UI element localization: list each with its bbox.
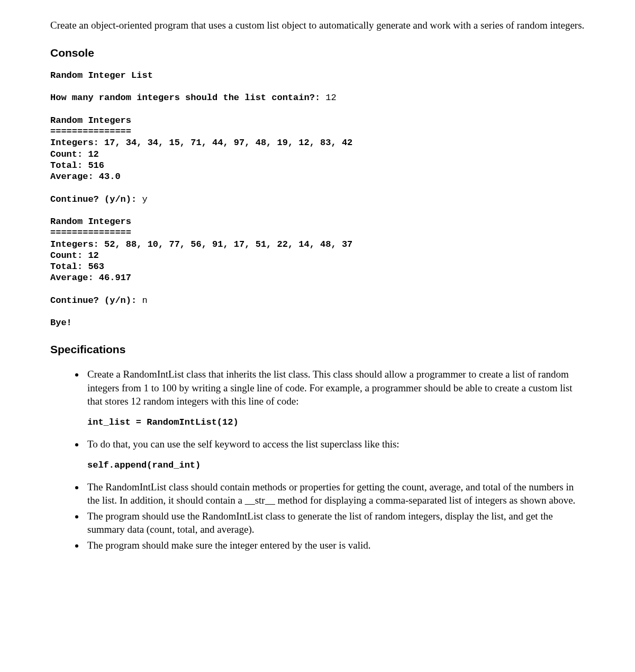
continue-label-1: Continue? (y/n): [50, 194, 137, 204]
integers-value-2: 52, 88, 10, 77, 56, 91, 17, 51, 22, 14, … [104, 239, 352, 249]
continue-answer-2: n [142, 295, 147, 306]
intro-paragraph: Create an object-oriented program that u… [50, 19, 585, 32]
spec-item-1: Create a RandomIntList class that inheri… [85, 368, 585, 429]
spec-item-3: The RandomIntList class should contain m… [85, 480, 585, 507]
continue-label-2: Continue? (y/n): [50, 295, 137, 306]
spec-item-5: The program should make sure the integer… [85, 539, 585, 552]
console-title: Random Integer List [50, 70, 153, 80]
specifications-heading: Specifications [50, 342, 585, 357]
specifications-list: Create a RandomIntList class that inheri… [50, 368, 585, 552]
count-value-1: 12 [88, 149, 98, 159]
continue-answer-1: y [142, 194, 147, 204]
integers-label-2: Integers: [50, 239, 99, 249]
spec-item-2-text: To do that, you can use the self keyword… [87, 438, 400, 450]
spec-item-2: To do that, you can use the self keyword… [85, 437, 585, 472]
prompt-count-value: 12 [325, 93, 336, 103]
average-value-1: 43.0 [99, 172, 121, 182]
average-label-2: Average: [50, 273, 94, 283]
count-value-2: 12 [88, 250, 98, 261]
divider-1: =============== [50, 127, 131, 137]
count-label-2: Count: [50, 250, 83, 261]
spec-item-4: The program should use the RandomIntList… [85, 509, 585, 536]
spec-item-1-text: Create a RandomIntList class that inheri… [87, 369, 573, 407]
spec-code-1: int_list = RandomIntList(12) [87, 417, 585, 429]
average-label-1: Average: [50, 172, 94, 182]
total-label-1: Total: [50, 160, 83, 171]
section-header-2: Random Integers [50, 217, 131, 227]
prompt-count-label: How many random integers should the list… [50, 93, 320, 103]
divider-2: =============== [50, 228, 131, 238]
console-output: Random Integer List How many random inte… [50, 70, 585, 329]
average-value-2: 46.917 [99, 273, 131, 283]
total-value-1: 516 [88, 160, 104, 171]
section-header-1: Random Integers [50, 115, 131, 126]
total-label-2: Total: [50, 262, 83, 272]
total-value-2: 563 [88, 262, 104, 272]
console-heading: Console [50, 46, 585, 60]
bye-text: Bye! [50, 318, 72, 328]
integers-value-1: 17, 34, 34, 15, 71, 44, 97, 48, 19, 12, … [104, 138, 352, 148]
spec-code-2: self.append(rand_int) [87, 460, 585, 472]
integers-label-1: Integers: [50, 138, 99, 148]
count-label-1: Count: [50, 149, 83, 159]
